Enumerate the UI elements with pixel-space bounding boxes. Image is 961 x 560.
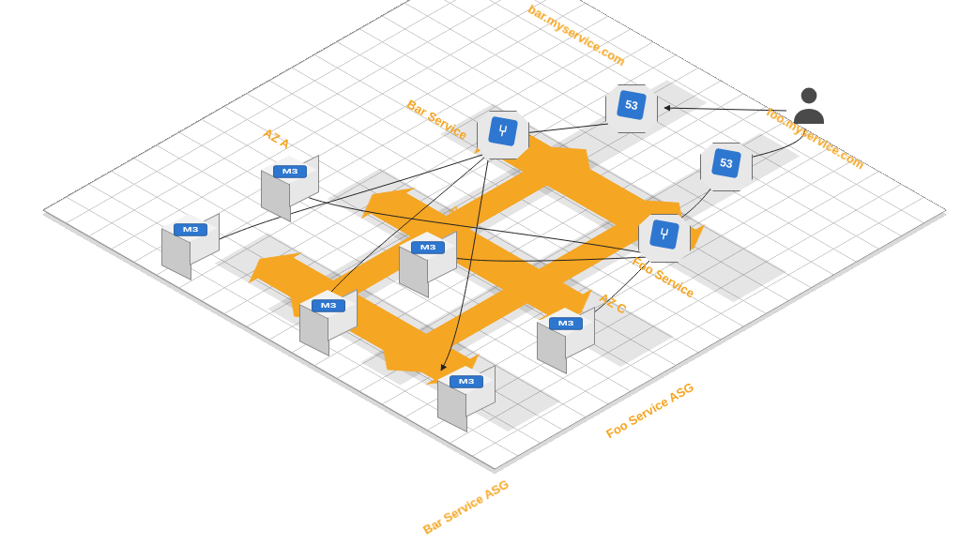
elb-icon: ⑂ bbox=[649, 219, 679, 250]
ec2-bar-az-a: M3 bbox=[161, 214, 218, 278]
route53-icon: 53 bbox=[617, 90, 647, 120]
instance-type-badge: M3 bbox=[273, 165, 307, 177]
ec2-foo-az-a: M3 bbox=[261, 156, 317, 219]
ec2-bar-az-c: M3 bbox=[437, 366, 494, 430]
route53-icon: 53 bbox=[711, 148, 741, 178]
elb-bar-service: ⑂ bbox=[477, 111, 529, 159]
route53-bar: 53 bbox=[605, 84, 658, 133]
instance-type-badge: M3 bbox=[174, 223, 207, 235]
instance-type-badge: M3 bbox=[549, 317, 583, 329]
ec2-foo-az-b: M3 bbox=[399, 232, 455, 295]
svg-point-0 bbox=[801, 88, 817, 104]
ec2-bar-az-b: M3 bbox=[299, 290, 356, 354]
label-bar-asg: Bar Service ASG bbox=[420, 477, 511, 537]
elb-foo-service: ⑂ bbox=[638, 214, 691, 263]
architecture-diagram: M3 M3 M3 M3 M3 M3 ⑂ 53 53 ⑂ bar.myservic… bbox=[0, 0, 961, 560]
instance-type-badge: M3 bbox=[450, 375, 483, 387]
route53-foo: 53 bbox=[700, 143, 753, 191]
ec2-foo-az-c: M3 bbox=[537, 308, 593, 371]
instance-type-badge: M3 bbox=[312, 299, 345, 311]
elb-icon: ⑂ bbox=[488, 116, 518, 146]
instance-type-badge: M3 bbox=[411, 241, 445, 253]
